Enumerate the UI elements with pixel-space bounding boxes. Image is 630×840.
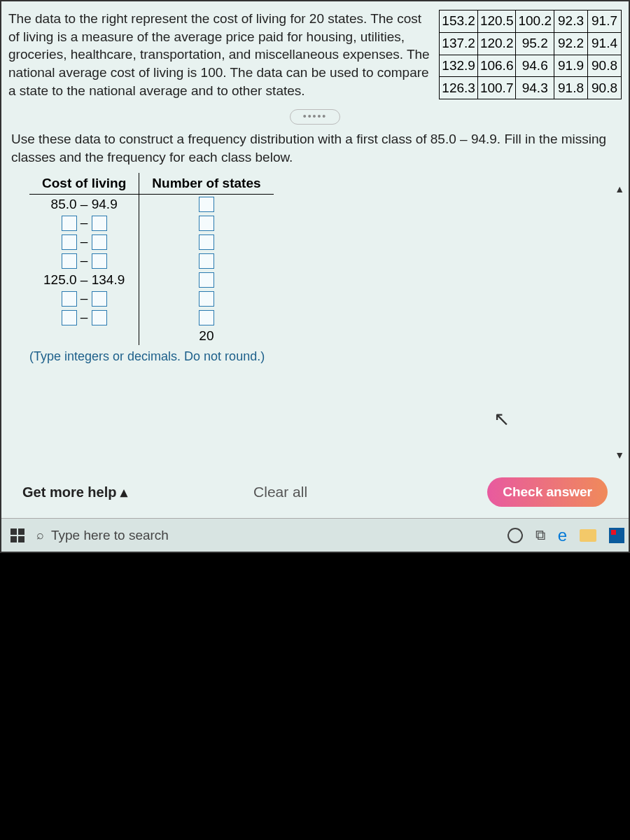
table-row: 153.2 120.5 100.2 92.3 91.7 xyxy=(440,10,622,33)
data-cell: 100.2 xyxy=(516,10,554,33)
data-cell: 90.8 xyxy=(588,55,622,77)
class-low-input[interactable] xyxy=(62,291,77,307)
svg-rect-2 xyxy=(10,536,17,542)
freq-input[interactable] xyxy=(199,291,214,307)
scroll-up-icon[interactable]: ▲ xyxy=(615,183,624,195)
svg-rect-3 xyxy=(18,536,24,542)
clear-all-button[interactable]: Clear all xyxy=(253,484,307,500)
action-bar: Get more help ▴ Clear all Check answer xyxy=(1,468,629,517)
data-cell: 106.6 xyxy=(477,55,516,77)
freq-row: – xyxy=(29,289,274,308)
search-icon: ⌕ xyxy=(36,528,44,542)
data-cell: 94.6 xyxy=(516,55,554,77)
taskbar-icons: ⧉ e xyxy=(507,526,624,545)
taskbar-search[interactable]: ⌕ Type here to search xyxy=(36,528,246,543)
data-cell: 92.3 xyxy=(554,10,588,33)
store-icon[interactable] xyxy=(609,528,624,543)
table-row: 137.2 120.2 95.2 92.2 91.4 xyxy=(440,32,622,55)
freq-row: 85.0 – 94.9 xyxy=(29,195,274,214)
input-hint: (Type integers or decimals. Do not round… xyxy=(29,349,629,364)
file-explorer-icon[interactable] xyxy=(580,529,596,542)
class-high-input[interactable] xyxy=(92,291,107,307)
class-low-input[interactable] xyxy=(62,216,77,231)
class-input-cell: – xyxy=(29,289,139,308)
problem-statement: The data to the right represent the cost… xyxy=(8,10,432,99)
class-high-input[interactable] xyxy=(92,310,107,326)
svg-rect-1 xyxy=(18,528,24,535)
class-high-input[interactable] xyxy=(92,253,107,269)
data-cell: 95.2 xyxy=(516,32,554,55)
section-divider: ••••• xyxy=(1,108,629,125)
freq-total-row: 20 xyxy=(29,327,274,345)
class-high-input[interactable] xyxy=(92,234,107,250)
data-table: 153.2 120.5 100.2 92.3 91.7 137.2 120.2 … xyxy=(439,10,622,99)
class-low-input[interactable] xyxy=(62,310,77,326)
cortana-icon[interactable] xyxy=(507,528,523,543)
data-cell: 91.4 xyxy=(588,32,622,55)
app-window: The data to the right represent the cost… xyxy=(0,0,630,553)
table-row: 126.3 100.7 94.3 91.8 90.8 xyxy=(440,77,622,99)
freq-row: – xyxy=(29,214,274,232)
freq-input[interactable] xyxy=(199,216,214,231)
task-view-icon[interactable]: ⧉ xyxy=(536,527,545,543)
class-low-input[interactable] xyxy=(62,253,77,269)
freq-input[interactable] xyxy=(199,197,214,212)
svg-rect-0 xyxy=(10,528,17,535)
scroll-down-icon[interactable]: ▼ xyxy=(615,449,624,461)
data-cell: 153.2 xyxy=(440,10,478,33)
data-cell: 100.7 xyxy=(477,77,516,99)
data-cell: 92.2 xyxy=(554,32,588,55)
freq-row: – xyxy=(29,251,274,270)
freq-input[interactable] xyxy=(199,234,214,250)
class-high-input[interactable] xyxy=(92,216,107,231)
data-cell: 120.5 xyxy=(477,10,516,33)
data-cell: 120.2 xyxy=(477,32,516,55)
class-input-cell: – xyxy=(29,308,139,327)
freq-row: – xyxy=(29,308,274,327)
class-low-input[interactable] xyxy=(62,234,77,250)
freq-row: – xyxy=(29,232,274,251)
class-input-cell: – xyxy=(29,214,139,232)
edge-icon[interactable]: e xyxy=(558,526,567,545)
header-cost: Cost of living xyxy=(29,173,139,195)
data-cell: 126.3 xyxy=(440,77,478,99)
data-cell: 91.7 xyxy=(588,10,622,33)
cursor-icon: ↖ xyxy=(493,407,510,430)
search-placeholder: Type here to search xyxy=(51,528,169,543)
top-section: The data to the right represent the cost… xyxy=(1,1,629,104)
class-label: 85.0 – 94.9 xyxy=(29,195,139,214)
freq-input[interactable] xyxy=(199,253,214,269)
data-cell: 132.9 xyxy=(440,55,478,77)
get-more-help-link[interactable]: Get more help ▴ xyxy=(22,484,127,500)
check-answer-button[interactable]: Check answer xyxy=(487,477,608,507)
table-header-row: Cost of living Number of states xyxy=(29,173,274,195)
frequency-table: Cost of living Number of states 85.0 – 9… xyxy=(29,173,274,345)
total-value: 20 xyxy=(139,327,274,345)
class-label: 125.0 – 134.9 xyxy=(29,270,139,289)
data-cell: 94.3 xyxy=(516,77,554,99)
data-cell: 137.2 xyxy=(440,32,478,55)
windows-taskbar: ⌕ Type here to search ⧉ e xyxy=(1,518,629,552)
data-cell: 91.9 xyxy=(554,55,588,77)
table-row: 132.9 106.6 94.6 91.9 90.8 xyxy=(440,55,622,77)
class-input-cell: – xyxy=(29,251,139,270)
freq-row: 125.0 – 134.9 xyxy=(29,270,274,289)
freq-input[interactable] xyxy=(199,272,214,288)
freq-input[interactable] xyxy=(199,310,214,326)
data-cell: 91.8 xyxy=(554,77,588,99)
class-input-cell: – xyxy=(29,232,139,251)
windows-icon xyxy=(10,528,24,542)
header-count: Number of states xyxy=(139,173,274,195)
data-cell: 90.8 xyxy=(588,77,622,99)
instruction-text: Use these data to construct a frequency … xyxy=(1,130,629,173)
start-button[interactable] xyxy=(6,524,29,547)
